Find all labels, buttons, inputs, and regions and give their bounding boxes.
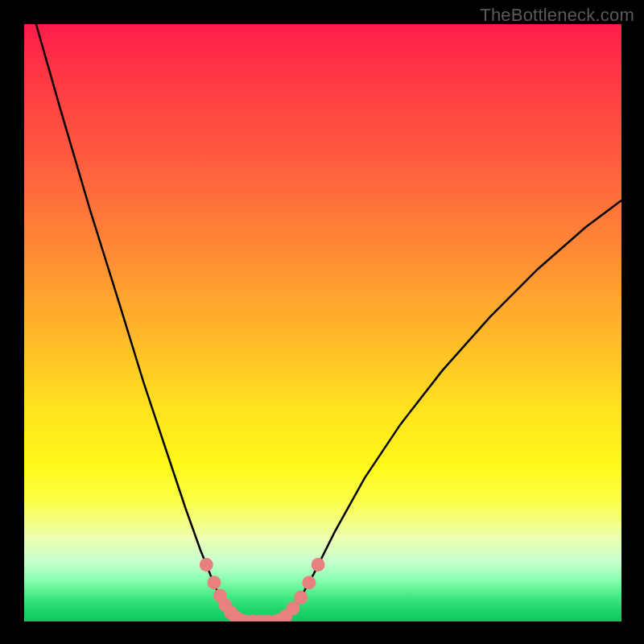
data-marker — [302, 576, 316, 589]
data-marker — [294, 591, 308, 605]
curves-svg — [24, 24, 621, 621]
watermark-text: TheBottleneck.com — [480, 5, 634, 26]
chart-container: TheBottleneck.com — [0, 0, 644, 644]
plot-area — [24, 24, 621, 621]
left-curve — [36, 24, 246, 621]
data-marker — [200, 558, 213, 572]
data-marker — [207, 576, 221, 589]
data-marker — [312, 558, 325, 572]
right-curve — [275, 200, 621, 621]
